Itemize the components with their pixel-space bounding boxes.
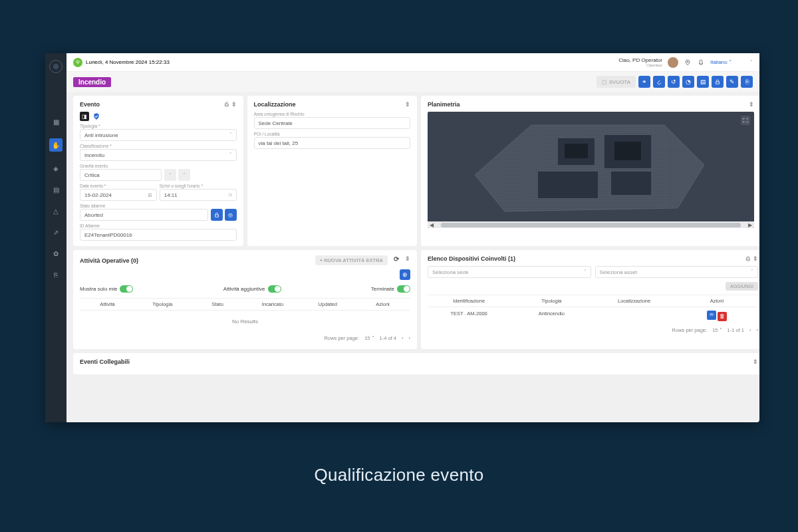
dispositivi-title: Elenco Dispositivi Coinvolti (1): [428, 255, 515, 262]
scroll-left-icon[interactable]: ◀: [428, 222, 436, 228]
rows-label: Rows per page:: [672, 327, 708, 333]
gravita-field[interactable]: Critica: [80, 169, 162, 181]
area-label: Area omogenea di Rischio: [254, 112, 411, 116]
nuova-attivita-button[interactable]: + NUOVA ATTIVITÀ EXTRA: [315, 255, 388, 265]
next-page-icon[interactable]: ›: [757, 327, 759, 333]
floorplan-viewer[interactable]: ⛶ ◀: [428, 112, 754, 228]
attachment-button[interactable]: [653, 76, 665, 88]
svg-point-0: [687, 61, 688, 63]
add-attivita-button[interactable]: ⊕: [400, 269, 410, 280]
prev-page-icon[interactable]: ‹: [402, 335, 404, 341]
collapse-icon[interactable]: ⇕: [753, 358, 758, 365]
range-label: 1-4 of 4: [380, 335, 396, 341]
collapse-icon[interactable]: ⇕: [231, 101, 237, 108]
rows-select[interactable]: 15 ˅: [364, 335, 374, 341]
id-label: ID Allarme: [80, 223, 237, 228]
language-selector[interactable]: Italiano ˅: [710, 59, 732, 65]
mostra-toggle[interactable]: [120, 285, 133, 293]
dispositivi-table: Identificazione Tipologia Localizzazione…: [428, 295, 758, 325]
cell-azioni: 🗑: [676, 311, 758, 321]
link-button[interactable]: ⚭: [638, 76, 650, 88]
sidebar-dashboard-icon[interactable]: ▦: [51, 117, 61, 126]
area-field[interactable]: Sede Centrale: [254, 117, 411, 129]
attivita-table: Attività Tipologia Stato Incaricato Upda…: [80, 298, 410, 332]
print-icon[interactable]: ⎙: [746, 255, 749, 262]
sidebar-settings-icon[interactable]: ✿: [51, 249, 61, 258]
sede-select[interactable]: Seleziona sede˅: [428, 266, 591, 278]
dropdown-chevron-icon[interactable]: ˅: [750, 59, 753, 65]
cell-tipo: Antincendio: [510, 311, 593, 321]
row-delete-icon[interactable]: 🗑: [718, 312, 727, 321]
data-field[interactable]: 19-02-2024🗓: [80, 189, 157, 201]
location-icon[interactable]: [684, 59, 692, 66]
mostra-label: Mostra solo mie: [80, 286, 117, 292]
note-button[interactable]: ▤: [697, 76, 709, 88]
aggiuntive-toggle[interactable]: [268, 285, 281, 293]
gravita-label: Gravità evento: [80, 164, 237, 168]
svg-rect-11: [614, 142, 641, 160]
sidebar-exit-icon[interactable]: ⎘: [51, 270, 61, 279]
poi-field[interactable]: via tal dei tali, 25: [254, 137, 411, 149]
evento-title: Evento: [80, 101, 100, 108]
shield-badge-icon: [92, 112, 101, 121]
classificazione-label: Classificazione *: [80, 144, 237, 148]
svuota-button[interactable]: ▢SVUOTA: [597, 76, 636, 88]
next-page-icon[interactable]: ›: [409, 335, 411, 341]
user-role: Operator: [618, 63, 662, 67]
floorplan-scrollbar[interactable]: ◀ ▶: [428, 221, 754, 228]
stato-target-button[interactable]: ◎: [225, 209, 237, 221]
tipologia-field[interactable]: Anti intrusione˅: [80, 129, 237, 141]
collapse-icon[interactable]: ⇕: [753, 255, 758, 262]
id-field: E24TenantPD00016: [80, 229, 237, 241]
stato-field[interactable]: Aborted: [80, 209, 208, 221]
col-localizzazione: Localizzazione: [593, 298, 676, 304]
expand-icon[interactable]: ⛶: [741, 116, 750, 125]
print-icon[interactable]: ⎙: [225, 101, 228, 108]
asset-select[interactable]: Seleziona asset˅: [595, 266, 759, 278]
ora-field[interactable]: 14:11◷: [160, 189, 237, 201]
aggiungi-button[interactable]: AGGIUNGI: [726, 282, 758, 291]
avatar[interactable]: [668, 57, 678, 68]
prev-page-icon[interactable]: ‹: [749, 327, 751, 333]
comment-button[interactable]: ◔: [682, 76, 694, 88]
svg-rect-2: [215, 215, 218, 217]
gravita-down-button[interactable]: ˅: [178, 169, 190, 181]
attivita-title: Attività Operative (0): [80, 257, 138, 264]
collapse-icon[interactable]: ⇕: [405, 101, 410, 108]
history-button[interactable]: ↺: [668, 76, 680, 88]
gravita-up-button[interactable]: ˄: [164, 169, 176, 181]
terminate-label: Terminate: [371, 286, 394, 292]
refresh-icon[interactable]: ⟳: [391, 255, 402, 265]
app-window: ▦ ✋ ◈ ▤ △ ⇗ ✿ ⎘ Lunedì, 4 Novembre 2024 …: [45, 53, 759, 422]
rows-select[interactable]: 15 ˅: [712, 327, 722, 333]
sidebar-user-icon[interactable]: △: [51, 206, 61, 215]
col-tipologia: Tipologia: [510, 298, 593, 304]
svg-rect-10: [565, 144, 588, 158]
sidebar: ▦ ✋ ◈ ▤ △ ⇗ ✿ ⎘: [45, 53, 66, 422]
col-azioni: Azioni: [355, 301, 410, 307]
col-incaricato: Incaricato: [245, 301, 300, 307]
collapse-icon[interactable]: ⇕: [405, 255, 410, 265]
scroll-right-icon[interactable]: ▶: [746, 222, 754, 228]
row-wifi-icon[interactable]: [707, 311, 716, 320]
collapse-icon[interactable]: ⇕: [749, 101, 754, 108]
col-tipologia: Tipologia: [135, 301, 190, 307]
bell-icon[interactable]: [697, 59, 705, 66]
svg-rect-9: [611, 172, 651, 195]
range-label: 1-1 of 1: [728, 327, 744, 333]
sidebar-calendar-icon[interactable]: ▤: [51, 185, 61, 194]
terminate-toggle[interactable]: [397, 285, 410, 293]
sidebar-events-icon[interactable]: ✋: [49, 138, 63, 152]
map-badge-icon: ◨: [80, 112, 89, 121]
sidebar-walk-icon[interactable]: ⇗: [51, 227, 61, 237]
edit-button[interactable]: ✎: [726, 76, 738, 88]
lock-header-button[interactable]: [712, 76, 724, 88]
classificazione-field[interactable]: Incendio˅: [80, 149, 237, 161]
dispositivi-card: Elenco Dispositivi Coinvolti (1) ⎙⇕ Sele…: [421, 250, 759, 349]
stato-lock-button[interactable]: [211, 209, 223, 221]
sidebar-layers-icon[interactable]: ◈: [51, 164, 61, 173]
exit-button[interactable]: ⎘: [741, 76, 753, 88]
collegabili-title: Eventi Collegabili: [80, 358, 130, 365]
poi-label: POI / Località: [254, 132, 411, 136]
planimetria-title: Planimetria: [428, 101, 460, 108]
